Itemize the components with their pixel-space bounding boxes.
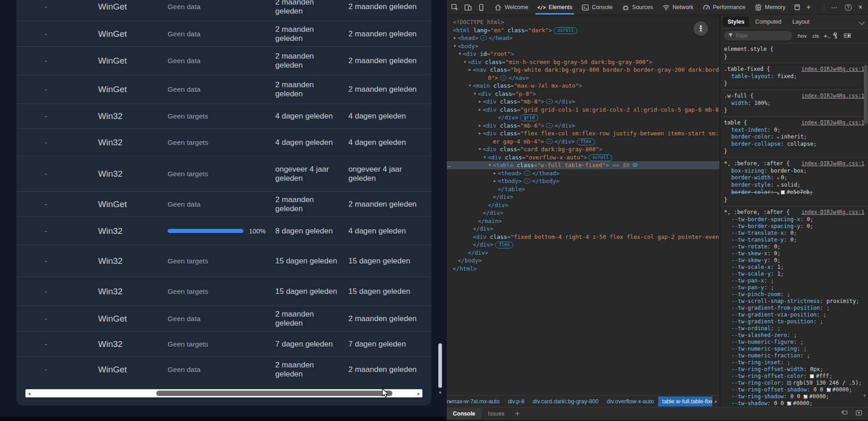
- vertical-scrollbar[interactable]: ▾: [437, 0, 443, 421]
- dom-node[interactable]: </div>: [446, 225, 719, 233]
- accessibility-person-icon[interactable]: [694, 21, 708, 36]
- chevron-down-icon[interactable]: [859, 19, 865, 25]
- dom-node[interactable]: ▼<div id="root">: [446, 50, 719, 58]
- css-property[interactable]: --tw-ring-offset-shadow: 0 0 #0000;: [724, 386, 864, 393]
- breadcrumb-item[interactable]: div.p-8: [504, 396, 529, 406]
- expand-arrow-down-icon[interactable]: ▼: [472, 90, 477, 98]
- more-options-icon[interactable]: ⋯: [831, 4, 838, 11]
- drawer-add-tab-icon[interactable]: +: [511, 410, 524, 418]
- dom-node[interactable]: ▶<div class="flex flex-col sm:flex-row j…: [446, 129, 719, 138]
- table-row[interactable]: -WinGetGeen data2 maanden geleden2 maand…: [16, 306, 432, 331]
- expand-arrow-right-icon[interactable]: ▶: [452, 34, 457, 42]
- css-property[interactable]: --tw-pinch-zoom: ;: [724, 291, 864, 298]
- color-swatch[interactable]: [781, 190, 785, 194]
- table-row[interactable]: -WinGetGeen data2 maanden geleden2 maand…: [16, 74, 432, 104]
- css-property[interactable]: table-layout: fixed;: [724, 73, 864, 80]
- css-property[interactable]: --tw-scale-y: 1;: [724, 271, 864, 277]
- help-icon[interactable]: ?: [845, 4, 852, 11]
- css-property[interactable]: --tw-rotate: 0;: [724, 243, 864, 250]
- css-property[interactable]: --tw-border-spacing-y: 0;: [724, 223, 864, 230]
- vertical-scrollbar-thumb[interactable]: [438, 343, 442, 388]
- css-property[interactable]: --tw-ring-offset-color: #fff;: [724, 373, 864, 380]
- css-property[interactable]: --tw-translate-y: 0;: [724, 237, 864, 243]
- table-row[interactable]: -Win32Geen targets4 dagen geleden4 dagen…: [16, 104, 432, 129]
- devtools-tab-sources[interactable]: Sources: [617, 0, 658, 15]
- expand-arrow-right-icon[interactable]: ▶: [477, 106, 482, 114]
- styles-tab-layout[interactable]: Layout: [788, 17, 814, 27]
- table-row[interactable]: -Win32Geen targetsongeveer 4 jaar gelede…: [16, 156, 432, 191]
- color-swatch[interactable]: [787, 401, 791, 406]
- css-selector[interactable]: .w-full {: [724, 93, 754, 99]
- styles-tab-styles[interactable]: Styles: [723, 17, 749, 27]
- expand-children-icon[interactable]: ⋯: [546, 139, 553, 144]
- color-swatch[interactable]: [827, 388, 831, 392]
- dom-node[interactable]: ▼<div class="overflow-x-auto">scroll: [446, 154, 719, 162]
- css-property[interactable]: --tw-translate-x: 0;: [724, 230, 864, 237]
- dom-node[interactable]: </div>: [446, 249, 719, 257]
- dom-node[interactable]: ▼<body>: [446, 42, 719, 50]
- dom-node[interactable]: ▶<div class="mb-6">⋯</div>: [446, 122, 719, 130]
- css-source-link[interactable]: index-DIRJw4Rg.css:1: [802, 159, 864, 168]
- css-property[interactable]: box-sizing: border-box;: [724, 168, 864, 174]
- css-property[interactable]: --tw-numeric-spacing: ;: [724, 346, 864, 352]
- breadcrumb-item[interactable]: div.card.dark\:bg-gray-800: [529, 396, 603, 406]
- expand-value-icon[interactable]: ▶: [777, 176, 779, 180]
- css-property[interactable]: --tw-skew-x: 0;: [724, 250, 864, 257]
- table-row[interactable]: -Win32Geen targets7 dagen geleden7 dagen…: [16, 331, 432, 357]
- horizontal-scrollbar[interactable]: ◂ ▸: [25, 389, 422, 397]
- expand-arrow-right-icon[interactable]: ▶: [477, 98, 482, 106]
- drawer-tab-issues[interactable]: Issues: [481, 408, 511, 419]
- close-devtools-icon[interactable]: ×: [858, 3, 863, 11]
- new-style-rule-icon[interactable]: +: [823, 32, 828, 40]
- css-property[interactable]: border-color: ▶#e5e7eb;: [724, 189, 864, 196]
- css-selector[interactable]: *, :before, :after {: [724, 209, 790, 215]
- phone-icon[interactable]: [477, 4, 485, 11]
- dom-node[interactable]: ▶<tbody>⋯</tbody>: [446, 177, 719, 185]
- dom-node[interactable]: ▶<head>⋯</head>: [446, 34, 719, 42]
- css-property[interactable]: --tw-gradient-to-position: ;: [724, 318, 864, 325]
- expand-arrow-down-icon[interactable]: ▼: [467, 82, 472, 90]
- devtools-tab-performance[interactable]: Performance: [698, 0, 750, 15]
- styles-scroll-down-icon[interactable]: ▾: [863, 393, 866, 398]
- css-selector[interactable]: element.style {: [724, 46, 773, 52]
- inspect-icon[interactable]: [451, 4, 459, 11]
- css-source-link[interactable]: index-DIRJw4Rg.css:1: [802, 65, 864, 73]
- dom-node[interactable]: </div>: [446, 201, 719, 209]
- toggle-element-state-icon[interactable]: [843, 32, 851, 39]
- expand-value-icon[interactable]: ▶: [777, 191, 779, 195]
- device-emulation-icon[interactable]: [464, 4, 472, 11]
- styles-scrollbar-thumb[interactable]: [864, 65, 868, 124]
- table-row[interactable]: -Win32Geen targets15 dagen geleden15 dag…: [16, 277, 432, 306]
- devtools-tab-elements[interactable]: </>Elements: [533, 0, 577, 15]
- drawer-tab-console[interactable]: Console: [446, 408, 481, 419]
- paint-format-icon[interactable]: [832, 32, 839, 39]
- breadcrumb-right-icon[interactable]: ▸: [712, 396, 719, 407]
- expand-arrow-right-icon[interactable]: ▶: [477, 122, 482, 130]
- styles-tab-computed[interactable]: Computed: [751, 17, 786, 27]
- dom-node[interactable]: </main>: [446, 217, 719, 225]
- expand-children-icon[interactable]: ⋯: [500, 75, 507, 80]
- dom-node[interactable]: er gap-4 mb-4">⋯</div>flex: [446, 138, 719, 146]
- css-property[interactable]: --tw-shadow: 0 0 #0000;: [724, 400, 864, 407]
- css-property[interactable]: --tw-ordinal: ;: [724, 325, 864, 332]
- dom-node[interactable]: </div>: [446, 193, 719, 201]
- table-row[interactable]: -WinGetGeen data2 maanden geleden2 maand…: [16, 46, 432, 74]
- devtools-tab-memory[interactable]: Memory: [750, 0, 790, 15]
- css-source-link[interactable]: index-DIRJw4Rg.css:1: [802, 208, 864, 216]
- table-row[interactable]: -WinGetGeen data2 maanden geleden2 maand…: [16, 21, 432, 46]
- css-property[interactable]: --tw-gradient-via-position: ;: [724, 312, 864, 318]
- dom-node[interactable]: 0">⋯</nav>: [446, 74, 719, 82]
- css-property[interactable]: --tw-pan-y: ;: [724, 284, 864, 291]
- dom-node[interactable]: <html lang="en" class="dark">scroll: [446, 26, 719, 35]
- table-row[interactable]: -Win32Geen targets15 dagen geleden15 dag…: [16, 245, 432, 277]
- css-selector[interactable]: table {: [724, 119, 747, 126]
- css-property[interactable]: border-color: ▶inherit;: [724, 134, 864, 141]
- styles-scrollbar[interactable]: ▾: [864, 59, 868, 398]
- dom-node[interactable]: ▼<div class="min-h-screen bg-gray-50 dar…: [446, 58, 719, 66]
- css-selector[interactable]: *, :before, :after {: [724, 160, 790, 167]
- dom-node[interactable]: ▼<div class="p-8">: [446, 90, 719, 98]
- expand-arrow-down-icon[interactable]: ▼: [487, 161, 492, 169]
- expand-children-icon[interactable]: ⋯: [546, 123, 553, 128]
- dom-node[interactable]: ▼<main class="max-w-7xl mx-auto">: [446, 82, 719, 90]
- table-row[interactable]: -WinGetGeen data2 maanden geleden2 maand…: [16, 0, 432, 21]
